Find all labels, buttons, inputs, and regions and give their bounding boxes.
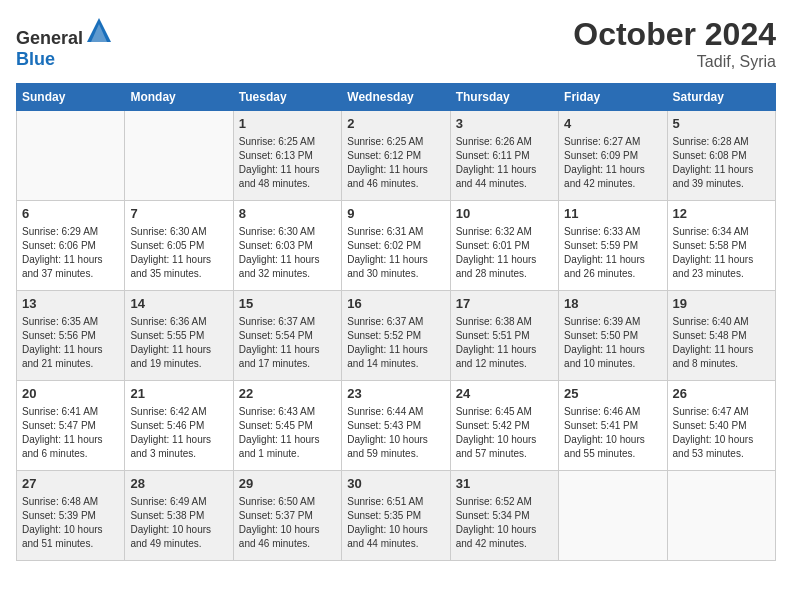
day-info: Sunrise: 6:27 AM Sunset: 6:09 PM Dayligh… bbox=[564, 135, 661, 191]
location-title: Tadif, Syria bbox=[573, 53, 776, 71]
day-number: 14 bbox=[130, 295, 227, 313]
calendar-cell: 30Sunrise: 6:51 AM Sunset: 5:35 PM Dayli… bbox=[342, 471, 450, 561]
day-info: Sunrise: 6:38 AM Sunset: 5:51 PM Dayligh… bbox=[456, 315, 553, 371]
day-info: Sunrise: 6:36 AM Sunset: 5:55 PM Dayligh… bbox=[130, 315, 227, 371]
day-info: Sunrise: 6:37 AM Sunset: 5:54 PM Dayligh… bbox=[239, 315, 336, 371]
day-number: 8 bbox=[239, 205, 336, 223]
day-number: 19 bbox=[673, 295, 770, 313]
calendar-cell: 13Sunrise: 6:35 AM Sunset: 5:56 PM Dayli… bbox=[17, 291, 125, 381]
day-number: 2 bbox=[347, 115, 444, 133]
calendar-cell: 2Sunrise: 6:25 AM Sunset: 6:12 PM Daylig… bbox=[342, 111, 450, 201]
logo-text-general: General bbox=[16, 28, 83, 48]
day-info: Sunrise: 6:39 AM Sunset: 5:50 PM Dayligh… bbox=[564, 315, 661, 371]
day-info: Sunrise: 6:41 AM Sunset: 5:47 PM Dayligh… bbox=[22, 405, 119, 461]
calendar-week-row: 6Sunrise: 6:29 AM Sunset: 6:06 PM Daylig… bbox=[17, 201, 776, 291]
day-number: 7 bbox=[130, 205, 227, 223]
logo-text-blue: Blue bbox=[16, 49, 55, 69]
calendar-cell: 5Sunrise: 6:28 AM Sunset: 6:08 PM Daylig… bbox=[667, 111, 775, 201]
weekday-header: Monday bbox=[125, 84, 233, 111]
day-info: Sunrise: 6:25 AM Sunset: 6:13 PM Dayligh… bbox=[239, 135, 336, 191]
day-info: Sunrise: 6:25 AM Sunset: 6:12 PM Dayligh… bbox=[347, 135, 444, 191]
day-info: Sunrise: 6:40 AM Sunset: 5:48 PM Dayligh… bbox=[673, 315, 770, 371]
day-number: 3 bbox=[456, 115, 553, 133]
day-number: 16 bbox=[347, 295, 444, 313]
weekday-header: Wednesday bbox=[342, 84, 450, 111]
day-number: 23 bbox=[347, 385, 444, 403]
calendar-cell bbox=[667, 471, 775, 561]
day-number: 29 bbox=[239, 475, 336, 493]
day-number: 20 bbox=[22, 385, 119, 403]
calendar-cell: 12Sunrise: 6:34 AM Sunset: 5:58 PM Dayli… bbox=[667, 201, 775, 291]
calendar-cell: 16Sunrise: 6:37 AM Sunset: 5:52 PM Dayli… bbox=[342, 291, 450, 381]
weekday-header: Saturday bbox=[667, 84, 775, 111]
month-title: October 2024 bbox=[573, 16, 776, 53]
calendar-cell: 11Sunrise: 6:33 AM Sunset: 5:59 PM Dayli… bbox=[559, 201, 667, 291]
calendar-cell: 20Sunrise: 6:41 AM Sunset: 5:47 PM Dayli… bbox=[17, 381, 125, 471]
weekday-header: Friday bbox=[559, 84, 667, 111]
title-block: October 2024 Tadif, Syria bbox=[573, 16, 776, 71]
calendar-cell: 10Sunrise: 6:32 AM Sunset: 6:01 PM Dayli… bbox=[450, 201, 558, 291]
calendar-week-row: 1Sunrise: 6:25 AM Sunset: 6:13 PM Daylig… bbox=[17, 111, 776, 201]
day-info: Sunrise: 6:46 AM Sunset: 5:41 PM Dayligh… bbox=[564, 405, 661, 461]
day-info: Sunrise: 6:32 AM Sunset: 6:01 PM Dayligh… bbox=[456, 225, 553, 281]
day-number: 24 bbox=[456, 385, 553, 403]
calendar-cell: 18Sunrise: 6:39 AM Sunset: 5:50 PM Dayli… bbox=[559, 291, 667, 381]
logo-icon bbox=[85, 16, 113, 44]
calendar-cell: 4Sunrise: 6:27 AM Sunset: 6:09 PM Daylig… bbox=[559, 111, 667, 201]
calendar-cell: 8Sunrise: 6:30 AM Sunset: 6:03 PM Daylig… bbox=[233, 201, 341, 291]
calendar-cell: 21Sunrise: 6:42 AM Sunset: 5:46 PM Dayli… bbox=[125, 381, 233, 471]
day-number: 11 bbox=[564, 205, 661, 223]
calendar-cell: 25Sunrise: 6:46 AM Sunset: 5:41 PM Dayli… bbox=[559, 381, 667, 471]
calendar-cell: 22Sunrise: 6:43 AM Sunset: 5:45 PM Dayli… bbox=[233, 381, 341, 471]
calendar-cell: 26Sunrise: 6:47 AM Sunset: 5:40 PM Dayli… bbox=[667, 381, 775, 471]
calendar-cell: 9Sunrise: 6:31 AM Sunset: 6:02 PM Daylig… bbox=[342, 201, 450, 291]
day-number: 5 bbox=[673, 115, 770, 133]
day-number: 17 bbox=[456, 295, 553, 313]
calendar-cell: 17Sunrise: 6:38 AM Sunset: 5:51 PM Dayli… bbox=[450, 291, 558, 381]
day-info: Sunrise: 6:43 AM Sunset: 5:45 PM Dayligh… bbox=[239, 405, 336, 461]
day-info: Sunrise: 6:50 AM Sunset: 5:37 PM Dayligh… bbox=[239, 495, 336, 551]
weekday-header: Sunday bbox=[17, 84, 125, 111]
day-info: Sunrise: 6:28 AM Sunset: 6:08 PM Dayligh… bbox=[673, 135, 770, 191]
calendar-header-row: SundayMondayTuesdayWednesdayThursdayFrid… bbox=[17, 84, 776, 111]
calendar-table: SundayMondayTuesdayWednesdayThursdayFrid… bbox=[16, 83, 776, 561]
day-number: 12 bbox=[673, 205, 770, 223]
calendar-cell: 23Sunrise: 6:44 AM Sunset: 5:43 PM Dayli… bbox=[342, 381, 450, 471]
day-number: 9 bbox=[347, 205, 444, 223]
day-info: Sunrise: 6:52 AM Sunset: 5:34 PM Dayligh… bbox=[456, 495, 553, 551]
calendar-cell: 7Sunrise: 6:30 AM Sunset: 6:05 PM Daylig… bbox=[125, 201, 233, 291]
day-info: Sunrise: 6:33 AM Sunset: 5:59 PM Dayligh… bbox=[564, 225, 661, 281]
day-number: 26 bbox=[673, 385, 770, 403]
day-info: Sunrise: 6:34 AM Sunset: 5:58 PM Dayligh… bbox=[673, 225, 770, 281]
weekday-header: Tuesday bbox=[233, 84, 341, 111]
calendar-cell bbox=[559, 471, 667, 561]
calendar-cell: 29Sunrise: 6:50 AM Sunset: 5:37 PM Dayli… bbox=[233, 471, 341, 561]
day-number: 1 bbox=[239, 115, 336, 133]
calendar-week-row: 20Sunrise: 6:41 AM Sunset: 5:47 PM Dayli… bbox=[17, 381, 776, 471]
calendar-cell: 1Sunrise: 6:25 AM Sunset: 6:13 PM Daylig… bbox=[233, 111, 341, 201]
weekday-header: Thursday bbox=[450, 84, 558, 111]
day-number: 31 bbox=[456, 475, 553, 493]
day-number: 21 bbox=[130, 385, 227, 403]
day-number: 18 bbox=[564, 295, 661, 313]
calendar-cell: 28Sunrise: 6:49 AM Sunset: 5:38 PM Dayli… bbox=[125, 471, 233, 561]
day-info: Sunrise: 6:44 AM Sunset: 5:43 PM Dayligh… bbox=[347, 405, 444, 461]
day-number: 10 bbox=[456, 205, 553, 223]
calendar-cell: 15Sunrise: 6:37 AM Sunset: 5:54 PM Dayli… bbox=[233, 291, 341, 381]
day-info: Sunrise: 6:26 AM Sunset: 6:11 PM Dayligh… bbox=[456, 135, 553, 191]
page-header: General Blue October 2024 Tadif, Syria bbox=[16, 16, 776, 71]
day-number: 13 bbox=[22, 295, 119, 313]
day-info: Sunrise: 6:30 AM Sunset: 6:03 PM Dayligh… bbox=[239, 225, 336, 281]
day-number: 25 bbox=[564, 385, 661, 403]
day-info: Sunrise: 6:48 AM Sunset: 5:39 PM Dayligh… bbox=[22, 495, 119, 551]
day-info: Sunrise: 6:31 AM Sunset: 6:02 PM Dayligh… bbox=[347, 225, 444, 281]
calendar-cell: 14Sunrise: 6:36 AM Sunset: 5:55 PM Dayli… bbox=[125, 291, 233, 381]
day-number: 28 bbox=[130, 475, 227, 493]
day-info: Sunrise: 6:49 AM Sunset: 5:38 PM Dayligh… bbox=[130, 495, 227, 551]
calendar-cell: 3Sunrise: 6:26 AM Sunset: 6:11 PM Daylig… bbox=[450, 111, 558, 201]
calendar-cell bbox=[17, 111, 125, 201]
day-info: Sunrise: 6:37 AM Sunset: 5:52 PM Dayligh… bbox=[347, 315, 444, 371]
day-info: Sunrise: 6:51 AM Sunset: 5:35 PM Dayligh… bbox=[347, 495, 444, 551]
calendar-cell: 31Sunrise: 6:52 AM Sunset: 5:34 PM Dayli… bbox=[450, 471, 558, 561]
day-info: Sunrise: 6:29 AM Sunset: 6:06 PM Dayligh… bbox=[22, 225, 119, 281]
